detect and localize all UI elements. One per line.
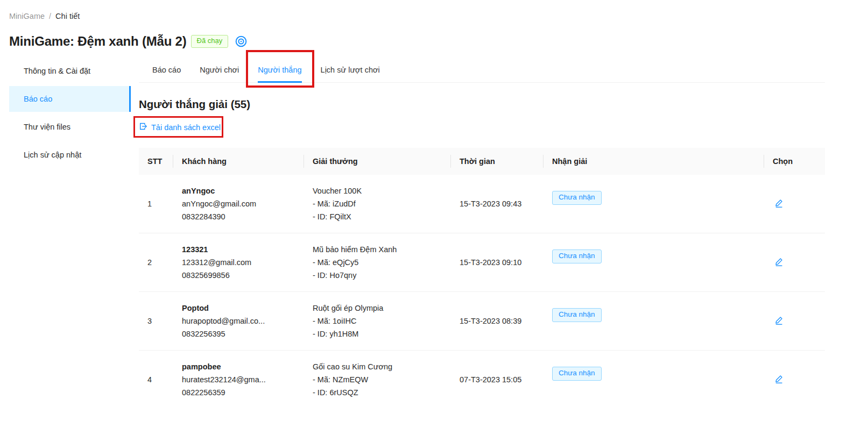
tab-nguoi-thang[interactable]: Người thắng — [258, 58, 301, 82]
status-badge: Chưa nhận — [552, 308, 602, 322]
prize-name: Voucher 100K — [313, 184, 442, 197]
edit-icon[interactable] — [773, 374, 784, 383]
prize-id: - ID: FQiltX — [313, 210, 442, 223]
customer-email: huratest232124@gma... — [182, 373, 295, 386]
customer-email: 123312@gmail.com — [182, 256, 295, 269]
cell-action — [764, 175, 825, 233]
cell-status: Chưa nhận — [544, 233, 764, 292]
customer-name: 123321 — [182, 243, 295, 256]
customer-name: anYngoc — [182, 184, 295, 197]
tab-nguoi-choi[interactable]: Người chơi — [200, 58, 239, 82]
sidebar-item-lich-su-cap-nhat[interactable]: Lịch sử cập nhật — [9, 142, 131, 168]
export-icon — [139, 122, 147, 132]
cell-prize: Mũ bảo hiểm Đệm Xanh - Mã: eQjCy5 - ID: … — [304, 233, 451, 292]
tab-label: Người thắng — [258, 66, 301, 74]
col-header-thoi-gian: Thời gian — [451, 148, 544, 175]
prize-id: - ID: 6rUSQZ — [313, 386, 442, 399]
breadcrumb-separator: / — [49, 12, 51, 20]
tab-label: Người chơi — [200, 66, 239, 74]
status-badge: Chưa nhận — [552, 367, 602, 381]
customer-phone: 0832256395 — [182, 327, 295, 340]
sidebar-item-bao-cao[interactable]: Báo cáo — [9, 86, 131, 112]
col-header-chon: Chọn — [764, 148, 825, 175]
cell-stt: 1 — [139, 175, 173, 233]
table-header-row: STT Khách hàng Giải thưởng Thời gian Nhậ… — [139, 148, 825, 175]
tab-label: Báo cáo — [152, 66, 181, 74]
customer-phone: 0822256359 — [182, 386, 295, 399]
col-header-khach-hang: Khách hàng — [173, 148, 304, 175]
table-row: 3 Poptod hurapoptod@gmail.co... 08322563… — [139, 292, 825, 351]
cell-time: 15-T3-2023 09:43 — [451, 175, 544, 233]
edit-icon[interactable] — [773, 257, 784, 266]
edit-icon[interactable] — [773, 316, 784, 325]
cell-stt: 3 — [139, 292, 173, 351]
cell-prize: Gối cao su Kim Cương - Mã: NZmEQW - ID: … — [304, 351, 451, 409]
cell-action — [764, 351, 825, 409]
cell-action — [764, 292, 825, 351]
main-layout: Thông tin & Cài đặt Báo cáo Thư viện fil… — [0, 58, 868, 409]
section-title: Người thắng giải (55) — [139, 98, 825, 111]
tab-lich-su-luot-choi[interactable]: Lịch sử lượt chơi — [321, 58, 380, 82]
prize-name: Gối cao su Kim Cương — [313, 360, 442, 373]
cell-stt: 4 — [139, 351, 173, 409]
prize-name: Ruột gối ép Olympia — [313, 302, 442, 315]
status-badge: Chưa nhận — [552, 249, 602, 263]
cell-time: 15-T3-2023 08:39 — [451, 292, 544, 351]
sidebar-item-thong-tin[interactable]: Thông tin & Cài đặt — [9, 58, 131, 84]
cell-time: 07-T3-2023 15:05 — [451, 351, 544, 409]
prize-code: - Mã: 1oiIHC — [313, 315, 442, 327]
tab-bao-cao[interactable]: Báo cáo — [152, 58, 181, 82]
export-excel-button[interactable]: Tải danh sách excel — [139, 122, 221, 132]
sidebar: Thông tin & Cài đặt Báo cáo Thư viện fil… — [0, 58, 131, 170]
prize-code: - Mã: eQjCy5 — [313, 256, 442, 269]
prize-id: - ID: yh1H8M — [313, 327, 442, 340]
page-title: MiniGame: Đệm xanh (Mẫu 2) — [9, 34, 187, 49]
breadcrumb: MiniGame / Chi tiết — [9, 12, 868, 20]
export-button-label: Tải danh sách excel — [151, 123, 221, 132]
tab-label: Lịch sử lượt chơi — [321, 66, 380, 74]
customer-name: Poptod — [182, 302, 295, 315]
sidebar-item-label: Báo cáo — [24, 95, 52, 103]
cell-customer: 123321 123312@gmail.com 08325699856 — [173, 233, 304, 292]
breadcrumb-current: Chi tiết — [55, 12, 80, 20]
col-header-stt: STT — [139, 148, 173, 175]
col-header-nhan-giai: Nhận giải — [544, 148, 764, 175]
cell-action — [764, 233, 825, 292]
col-header-giai-thuong: Giải thưởng — [304, 148, 451, 175]
cell-status: Chưa nhận — [544, 175, 764, 233]
cell-time: 15-T3-2023 09:10 — [451, 233, 544, 292]
cell-stt: 2 — [139, 233, 173, 292]
main-content: Báo cáo Người chơi Người thắng Lịch sử l… — [139, 58, 825, 409]
prize-code: - Mã: iZudDf — [313, 197, 442, 210]
table-row: 2 123321 123312@gmail.com 08325699856 Mũ… — [139, 233, 825, 292]
eye-icon[interactable] — [235, 35, 248, 48]
customer-email: anYngoc@gmail.com — [182, 197, 295, 210]
sidebar-item-thu-vien-files[interactable]: Thư viện files — [9, 114, 131, 140]
cell-prize: Voucher 100K - Mã: iZudDf - ID: FQiltX — [304, 175, 451, 233]
status-badge: Chưa nhận — [552, 191, 602, 205]
breadcrumb-link-minigame[interactable]: MiniGame — [9, 12, 45, 20]
cell-prize: Ruột gối ép Olympia - Mã: 1oiIHC - ID: y… — [304, 292, 451, 351]
customer-name: pampobee — [182, 360, 295, 373]
customer-email: hurapoptod@gmail.co... — [182, 315, 295, 327]
tab-bar: Báo cáo Người chơi Người thắng Lịch sử l… — [139, 58, 825, 83]
prize-name: Mũ bảo hiểm Đệm Xanh — [313, 243, 442, 256]
cell-customer: anYngoc anYngoc@gmail.com 0832284390 — [173, 175, 304, 233]
cell-status: Chưa nhận — [544, 292, 764, 351]
tab-active-indicator — [258, 81, 301, 83]
cell-customer: pampobee huratest232124@gma... 082225635… — [173, 351, 304, 409]
prize-code: - Mã: NZmEQW — [313, 373, 442, 386]
winners-table: STT Khách hàng Giải thưởng Thời gian Nhậ… — [139, 148, 825, 409]
sidebar-item-label: Thông tin & Cài đặt — [24, 67, 90, 75]
customer-phone: 0832284390 — [182, 210, 295, 223]
sidebar-item-label: Thư viện files — [24, 123, 70, 131]
prize-id: - ID: Ho7qny — [313, 269, 442, 282]
table-row: 4 pampobee huratest232124@gma... 0822256… — [139, 351, 825, 409]
sidebar-item-label: Lịch sử cập nhật — [24, 151, 81, 159]
page-header: MiniGame: Đệm xanh (Mẫu 2) Đã chạy — [9, 34, 868, 49]
table-row: 1 anYngoc anYngoc@gmail.com 0832284390 V… — [139, 175, 825, 233]
edit-icon[interactable] — [773, 198, 784, 208]
status-badge-running: Đã chạy — [191, 35, 229, 47]
cell-customer: Poptod hurapoptod@gmail.co... 0832256395 — [173, 292, 304, 351]
customer-phone: 08325699856 — [182, 269, 295, 282]
